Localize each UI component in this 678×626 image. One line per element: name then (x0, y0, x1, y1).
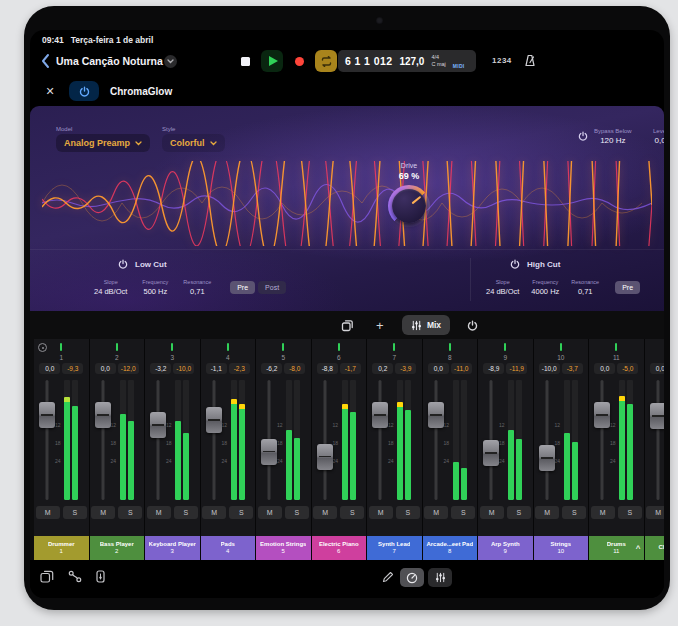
bypass-below-power-button[interactable] (578, 128, 588, 145)
level-value[interactable]: 0,0 (653, 136, 664, 145)
track-name-label[interactable]: Emotion Strings 5 (256, 536, 311, 560)
volume-readout[interactable]: -10,0 (539, 363, 560, 374)
low-cut-post-button[interactable]: Post (258, 281, 286, 294)
solo-button[interactable]: S (340, 506, 364, 519)
fader-handle[interactable] (428, 402, 444, 428)
volume-readout[interactable]: 0,0 (428, 363, 449, 374)
peak-level-readout[interactable]: -9,3 (62, 363, 83, 374)
tracks-view-button[interactable] (40, 570, 54, 583)
low-cut-pre-button[interactable]: Pre (230, 281, 255, 294)
model-dropdown[interactable]: Analog Preamp (56, 134, 150, 152)
high-cut-power-button[interactable] (510, 257, 520, 272)
volume-readout[interactable]: 0,0 (39, 363, 60, 374)
metronome-button[interactable] (524, 54, 536, 70)
volume-readout[interactable]: -6,2 (261, 363, 282, 374)
low-cut-frequency[interactable]: Frequency 500 Hz (142, 279, 168, 296)
record-button[interactable] (288, 50, 310, 72)
solo-button[interactable]: S (507, 506, 531, 519)
mute-button[interactable]: M (202, 506, 226, 519)
add-track-button[interactable]: + (370, 315, 390, 335)
mute-button[interactable]: M (591, 506, 615, 519)
solo-button[interactable]: S (229, 506, 253, 519)
peak-level-readout[interactable]: -5,0 (617, 363, 638, 374)
drive-knob[interactable] (388, 185, 430, 227)
edit-pencil-button[interactable] (382, 571, 394, 583)
lcd-display[interactable]: 6 1 1 012 127,0 4/4 C maj MIDI (338, 50, 476, 72)
peak-level-readout[interactable]: -8,0 (284, 363, 305, 374)
channel-strip-view-button[interactable] (96, 570, 105, 583)
style-dropdown[interactable]: Colorful (162, 134, 225, 152)
fader-handle[interactable] (95, 402, 111, 428)
controls-view-button[interactable] (400, 568, 424, 587)
stop-button[interactable] (234, 50, 256, 72)
fader-handle[interactable] (483, 440, 499, 466)
low-cut-power-button[interactable] (118, 257, 128, 272)
pan-control[interactable] (423, 341, 478, 353)
fader-handle[interactable] (372, 402, 388, 428)
track-name-label[interactable]: Electric Piano 6 (312, 536, 367, 560)
volume-readout[interactable]: -8,8 (317, 363, 338, 374)
track-name-label[interactable]: Arcade...eet Pad 8 (423, 536, 478, 560)
high-cut-frequency[interactable]: Frequency 4000 Hz (531, 279, 559, 296)
low-cut-resonance[interactable]: Resonance 0,71 (183, 279, 211, 296)
solo-button[interactable]: S (396, 506, 420, 519)
plugin-power-toggle[interactable] (69, 81, 99, 101)
stack-collapse-icon[interactable]: ^ (636, 544, 641, 553)
solo-button[interactable]: S (118, 506, 142, 519)
volume-readout[interactable]: 0,0 (650, 363, 664, 374)
routing-button[interactable] (68, 570, 82, 583)
cycle-button[interactable] (315, 50, 337, 72)
pan-control[interactable] (145, 341, 200, 353)
volume-readout[interactable]: 0,2 (372, 363, 393, 374)
high-cut-pre-button[interactable]: Pre (615, 281, 640, 294)
mix-mode-button[interactable]: Mix (402, 315, 450, 335)
solo-button[interactable]: S (63, 506, 87, 519)
peak-level-readout[interactable]: -3,7 (562, 363, 583, 374)
song-menu-button[interactable] (164, 55, 177, 68)
volume-readout[interactable]: 0,0 (95, 363, 116, 374)
fader-handle[interactable] (39, 402, 55, 428)
track-name-label[interactable]: Drummer 1 (34, 536, 89, 560)
track-name-label[interactable]: Arp Synth 9 (478, 536, 533, 560)
pan-control[interactable] (645, 341, 665, 353)
peak-level-readout[interactable]: -11,0 (451, 363, 472, 374)
fader-handle[interactable] (650, 403, 665, 429)
fader-handle[interactable] (206, 407, 222, 433)
mute-button[interactable]: M (535, 506, 559, 519)
solo-button[interactable]: S (174, 506, 198, 519)
mute-button[interactable]: M (313, 506, 337, 519)
volume-readout[interactable]: 0,0 (594, 363, 615, 374)
pan-control[interactable] (201, 341, 256, 353)
play-button[interactable] (261, 50, 283, 72)
track-name-label[interactable]: Bass Player 2 (90, 536, 145, 560)
fader-handle[interactable] (539, 445, 555, 471)
volume-readout[interactable]: -1,1 (206, 363, 227, 374)
mute-button[interactable]: M (480, 506, 504, 519)
mixer-view-button[interactable] (428, 568, 452, 587)
mixer-power-button[interactable] (462, 315, 482, 335)
low-cut-slope[interactable]: Slope 24 dB/Oct (94, 279, 127, 296)
mute-button[interactable]: M (36, 506, 60, 519)
pan-control[interactable] (478, 341, 533, 353)
high-cut-resonance[interactable]: Resonance 0,71 (571, 279, 599, 296)
bypass-below-value[interactable]: 120 Hz (594, 136, 632, 145)
pan-control[interactable] (256, 341, 311, 353)
count-in-button[interactable]: 1234 (492, 56, 512, 65)
mute-button[interactable]: M (369, 506, 393, 519)
duplicate-button[interactable] (338, 315, 358, 335)
mute-button[interactable]: M (147, 506, 171, 519)
high-cut-slope[interactable]: Slope 24 dB/Oct (486, 279, 519, 296)
peak-level-readout[interactable]: -11,9 (506, 363, 527, 374)
pan-control[interactable] (589, 341, 644, 353)
mute-button[interactable]: M (258, 506, 282, 519)
peak-level-readout[interactable]: -12,0 (118, 363, 139, 374)
track-name-label[interactable]: Chorus V (645, 536, 665, 560)
close-plugin-button[interactable]: ✕ (42, 85, 58, 98)
fader-handle[interactable] (594, 402, 610, 428)
solo-button[interactable]: S (562, 506, 586, 519)
track-name-label[interactable]: Synth Lead 7 (367, 536, 422, 560)
solo-button[interactable]: S (285, 506, 309, 519)
pan-control[interactable] (534, 341, 589, 353)
track-name-label[interactable]: Keyboard Player 3 (145, 536, 200, 560)
track-name-label[interactable]: Drums 11 ^ (589, 536, 644, 560)
